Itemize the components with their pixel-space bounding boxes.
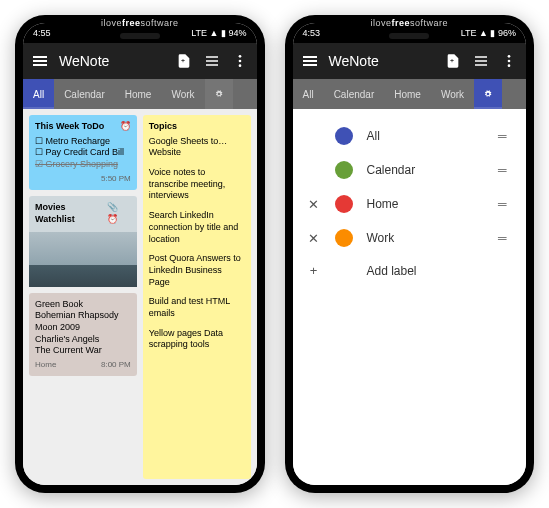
attachment-alarm-icon: 📎 ⏰ bbox=[107, 202, 131, 225]
clock: 4:53 bbox=[303, 28, 321, 38]
tab-settings[interactable] bbox=[474, 79, 502, 109]
note-todo[interactable]: This Week ToDo⏰ ☐ Metro Recharge ☐ Pay C… bbox=[29, 115, 137, 190]
drag-handle-icon[interactable]: ═ bbox=[498, 129, 512, 143]
app-bar: WeNote bbox=[293, 43, 527, 79]
svg-point-3 bbox=[508, 55, 511, 58]
phone-right: ilovefreesoftware 4:53 LTE ▲ ▮ 96% WeNot… bbox=[285, 15, 535, 493]
tab-home[interactable]: Home bbox=[115, 79, 162, 109]
tab-all[interactable]: All bbox=[293, 79, 324, 109]
tab-settings[interactable] bbox=[205, 79, 233, 109]
drag-handle-icon[interactable]: ═ bbox=[498, 231, 512, 245]
delete-icon[interactable]: ✕ bbox=[307, 231, 321, 246]
color-dot bbox=[335, 161, 353, 179]
svg-point-5 bbox=[508, 64, 511, 67]
drag-handle-icon[interactable]: ═ bbox=[498, 163, 512, 177]
tab-bar: All Calendar Home Work bbox=[293, 79, 527, 109]
tab-work[interactable]: Work bbox=[161, 79, 204, 109]
tab-bar: All Calendar Home Work bbox=[23, 79, 257, 109]
label-row-calendar[interactable]: Calendar ═ bbox=[293, 153, 527, 187]
note-image bbox=[29, 232, 137, 287]
phone-left: ilovefreesoftware 4:55 LTE ▲ ▮ 94% WeNot… bbox=[15, 15, 265, 493]
note-movies[interactable]: Movies Watchlist📎 ⏰ bbox=[29, 196, 137, 286]
app-title: WeNote bbox=[329, 53, 435, 69]
svg-point-1 bbox=[238, 60, 241, 63]
label-row-work[interactable]: ✕ Work ═ bbox=[293, 221, 527, 255]
color-dot bbox=[335, 127, 353, 145]
tab-calendar[interactable]: Calendar bbox=[54, 79, 115, 109]
app-bar: WeNote bbox=[23, 43, 257, 79]
clock: 4:55 bbox=[33, 28, 51, 38]
new-note-icon[interactable] bbox=[175, 52, 193, 70]
label-row-home[interactable]: ✕ Home ═ bbox=[293, 187, 527, 221]
status-icons: LTE ▲ ▮ 96% bbox=[461, 28, 516, 38]
tab-calendar[interactable]: Calendar bbox=[324, 79, 385, 109]
plus-icon: + bbox=[307, 263, 321, 278]
app-title: WeNote bbox=[59, 53, 165, 69]
status-icons: LTE ▲ ▮ 94% bbox=[191, 28, 246, 38]
list-icon[interactable] bbox=[203, 52, 221, 70]
svg-point-4 bbox=[508, 60, 511, 63]
tab-home[interactable]: Home bbox=[384, 79, 431, 109]
overflow-icon[interactable] bbox=[231, 52, 249, 70]
drag-handle-icon[interactable]: ═ bbox=[498, 197, 512, 211]
delete-icon[interactable]: ✕ bbox=[307, 197, 321, 212]
add-label-row[interactable]: + Add label bbox=[293, 255, 527, 286]
tab-all[interactable]: All bbox=[23, 79, 54, 109]
alarm-icon: ⏰ bbox=[120, 121, 131, 133]
watermark: ilovefreesoftware bbox=[370, 18, 448, 28]
tab-work[interactable]: Work bbox=[431, 79, 474, 109]
list-icon[interactable] bbox=[472, 52, 490, 70]
svg-point-2 bbox=[238, 64, 241, 67]
overflow-icon[interactable] bbox=[500, 52, 518, 70]
color-dot bbox=[335, 229, 353, 247]
menu-icon[interactable] bbox=[301, 52, 319, 70]
menu-icon[interactable] bbox=[31, 52, 49, 70]
note-topics[interactable]: Topics Google Sheets to… Website Voice n… bbox=[143, 115, 251, 479]
labels-content: All ═ Calendar ═ ✕ Home ═ ✕ Work ═ bbox=[293, 109, 527, 485]
watermark: ilovefreesoftware bbox=[101, 18, 179, 28]
note-movies-body[interactable]: Green Book Bohemian Rhapsody Moon 2009 C… bbox=[29, 293, 137, 377]
new-note-icon[interactable] bbox=[444, 52, 462, 70]
notes-content: This Week ToDo⏰ ☐ Metro Recharge ☐ Pay C… bbox=[23, 109, 257, 485]
label-row-all[interactable]: All ═ bbox=[293, 119, 527, 153]
color-dot bbox=[335, 195, 353, 213]
svg-point-0 bbox=[238, 55, 241, 58]
